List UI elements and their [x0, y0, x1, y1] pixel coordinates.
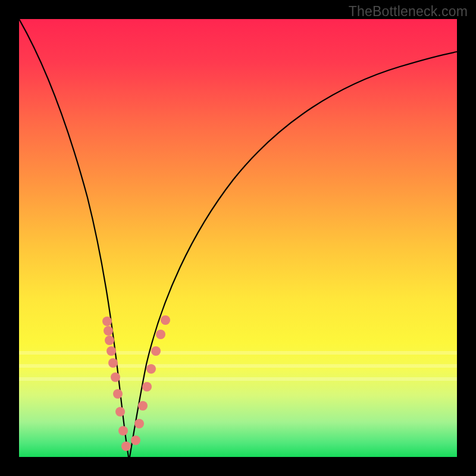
- svg-point-17: [161, 315, 170, 325]
- svg-point-16: [156, 330, 165, 339]
- svg-point-8: [118, 426, 128, 436]
- svg-point-14: [146, 364, 156, 374]
- svg-point-11: [134, 419, 144, 428]
- watermark-text: TheBottleneck.com: [349, 4, 468, 20]
- svg-point-12: [138, 401, 148, 411]
- svg-point-6: [113, 389, 123, 399]
- svg-point-3: [107, 346, 116, 356]
- svg-point-4: [108, 358, 118, 368]
- svg-point-0: [102, 317, 112, 326]
- svg-point-15: [151, 346, 161, 356]
- svg-point-5: [111, 372, 120, 382]
- svg-point-10: [131, 436, 140, 445]
- chart-frame: TheBottleneck.com: [0, 0, 476, 476]
- bottleneck-curve: [19, 19, 457, 457]
- svg-point-2: [105, 336, 114, 345]
- svg-point-13: [142, 382, 152, 392]
- svg-point-1: [104, 326, 113, 336]
- svg-point-9: [121, 441, 131, 451]
- svg-point-7: [115, 407, 125, 416]
- curve-layer: [19, 19, 457, 457]
